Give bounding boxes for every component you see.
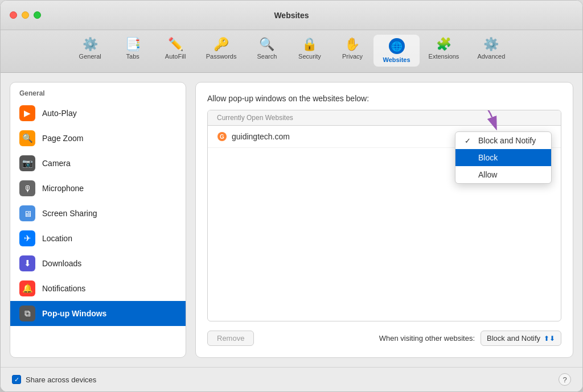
search-icon: 🔍	[259, 38, 274, 51]
tab-autofill-label: AutoFill	[165, 53, 186, 60]
content-area: General ▶ Auto-Play 🔍 Page Zoom 📷 Camera…	[1, 73, 582, 367]
tab-general[interactable]: ⚙️ General	[69, 35, 112, 67]
sidebar-item-camera[interactable]: 📷 Camera	[10, 151, 186, 176]
sidebar-item-downloads-label: Downloads	[42, 259, 81, 268]
remove-button[interactable]: Remove	[207, 331, 254, 346]
svg-text:G: G	[220, 134, 224, 140]
other-sites-control: When visiting other websites: Block and …	[379, 331, 561, 346]
maximize-button[interactable]	[34, 11, 41, 19]
popup-setting-menu[interactable]: ✓ Block and Notify Block Allow	[455, 131, 552, 184]
sidebar-item-microphone-label: Microphone	[42, 184, 84, 193]
tab-advanced-label: Advanced	[477, 53, 505, 60]
websites-table: Currently Open Websites G guidingtech.co…	[207, 110, 561, 321]
table-body: G guidingtech.com	[208, 126, 561, 321]
tab-websites-label: Websites	[383, 56, 410, 63]
sidebar-item-popup-windows-label: Pop-up Windows	[42, 309, 106, 318]
other-sites-select[interactable]: Block and Notify ⬆⬇	[481, 331, 561, 346]
privacy-icon: ✋	[344, 38, 360, 51]
tab-advanced[interactable]: ⚙️ Advanced	[468, 35, 514, 67]
tab-privacy-label: Privacy	[342, 53, 363, 60]
sidebar: General ▶ Auto-Play 🔍 Page Zoom 📷 Camera…	[10, 82, 186, 358]
tab-privacy[interactable]: ✋ Privacy	[331, 35, 373, 67]
sidebar-item-screen-sharing[interactable]: 🖥 Screen Sharing	[10, 201, 186, 226]
tab-websites[interactable]: 🌐 Websites	[373, 35, 419, 67]
tab-general-label: General	[79, 53, 101, 60]
sidebar-item-notifications[interactable]: 🔔 Notifications	[10, 276, 186, 301]
sidebar-item-camera-label: Camera	[42, 159, 71, 168]
screen-sharing-icon: 🖥	[19, 205, 35, 221]
share-checkbox[interactable]: ✓ Share across devices	[12, 375, 96, 384]
checkbox-checked-icon: ✓	[12, 375, 21, 384]
footer: ✓ Share across devices ?	[1, 367, 582, 391]
security-icon: 🔒	[302, 38, 317, 51]
location-icon: ✈	[19, 230, 35, 246]
sidebar-item-microphone[interactable]: 🎙 Microphone	[10, 176, 186, 201]
tab-extensions-label: Extensions	[429, 53, 459, 60]
page-zoom-icon: 🔍	[19, 130, 35, 146]
table-header: Currently Open Websites	[208, 110, 561, 126]
sidebar-item-downloads[interactable]: ⬇ Downloads	[10, 251, 186, 276]
select-chevron-icon: ⬆⬇	[544, 335, 555, 343]
table-row[interactable]: G guidingtech.com	[208, 126, 561, 148]
downloads-icon: ⬇	[19, 255, 35, 271]
main-window: Websites ⚙️ General 📑 Tabs ✏️ AutoFill 🔑…	[0, 0, 583, 392]
check-mark: ✓	[465, 137, 474, 145]
dropdown-item-block-and-notify[interactable]: ✓ Block and Notify	[455, 132, 551, 149]
tab-extensions[interactable]: 🧩 Extensions	[420, 35, 469, 67]
other-sites-value: Block and Notify	[487, 334, 540, 343]
tab-passwords-label: Passwords	[206, 53, 237, 60]
sidebar-item-auto-play[interactable]: ▶ Auto-Play	[10, 101, 186, 126]
popup-windows-icon: ⧉	[19, 306, 35, 321]
tab-passwords[interactable]: 🔑 Passwords	[197, 35, 246, 67]
camera-icon: 📷	[19, 155, 35, 171]
general-icon: ⚙️	[83, 38, 98, 51]
minimize-button[interactable]	[22, 11, 29, 19]
sidebar-item-screen-sharing-label: Screen Sharing	[42, 209, 97, 218]
other-sites-label: When visiting other websites:	[379, 334, 475, 343]
window-controls	[10, 11, 41, 19]
tab-tabs-label: Tabs	[126, 53, 139, 60]
advanced-icon: ⚙️	[483, 38, 499, 51]
tab-security-label: Security	[298, 53, 321, 60]
notifications-icon: 🔔	[19, 280, 35, 296]
websites-icon: 🌐	[389, 38, 405, 54]
share-label: Share across devices	[26, 376, 96, 384]
sidebar-item-page-zoom-label: Page Zoom	[42, 134, 83, 143]
microphone-icon: 🎙	[19, 180, 35, 196]
sidebar-item-page-zoom[interactable]: 🔍 Page Zoom	[10, 126, 186, 151]
tab-autofill[interactable]: ✏️ AutoFill	[154, 35, 197, 67]
sidebar-section-label: General	[10, 82, 186, 101]
close-button[interactable]	[10, 11, 17, 19]
tab-search[interactable]: 🔍 Search	[245, 35, 288, 67]
site-favicon: G	[217, 131, 227, 142]
sidebar-item-location-label: Location	[42, 234, 72, 243]
bottom-bar: Remove When visiting other websites: Blo…	[207, 331, 561, 346]
toolbar: ⚙️ General 📑 Tabs ✏️ AutoFill 🔑 Password…	[1, 30, 582, 73]
main-description: Allow pop-up windows on the websites bel…	[207, 94, 561, 103]
dropdown-item-block-label: Block	[478, 153, 498, 162]
dropdown-item-block-and-notify-label: Block and Notify	[478, 136, 536, 145]
auto-play-icon: ▶	[19, 105, 35, 121]
dropdown-item-block[interactable]: Block	[455, 149, 551, 166]
autofill-icon: ✏️	[168, 38, 183, 51]
window-title: Websites	[274, 11, 309, 20]
sidebar-item-auto-play-label: Auto-Play	[42, 109, 77, 118]
main-panel: Allow pop-up windows on the websites bel…	[195, 82, 573, 358]
tab-security[interactable]: 🔒 Security	[288, 35, 331, 67]
tab-tabs[interactable]: 📑 Tabs	[112, 35, 154, 67]
sidebar-item-location[interactable]: ✈ Location	[10, 226, 186, 251]
sidebar-item-notifications-label: Notifications	[42, 284, 85, 293]
dropdown-item-allow-label: Allow	[478, 170, 497, 179]
tabs-icon: 📑	[125, 38, 141, 51]
titlebar: Websites	[1, 1, 582, 30]
sidebar-item-popup-windows[interactable]: ⧉ Pop-up Windows	[10, 301, 186, 326]
help-button[interactable]: ?	[559, 373, 571, 386]
extensions-icon: 🧩	[436, 38, 451, 51]
tab-search-label: Search	[257, 53, 277, 60]
dropdown-item-allow[interactable]: Allow	[455, 166, 551, 183]
table-header-label: Currently Open Websites	[217, 114, 293, 122]
passwords-icon: 🔑	[214, 38, 229, 51]
